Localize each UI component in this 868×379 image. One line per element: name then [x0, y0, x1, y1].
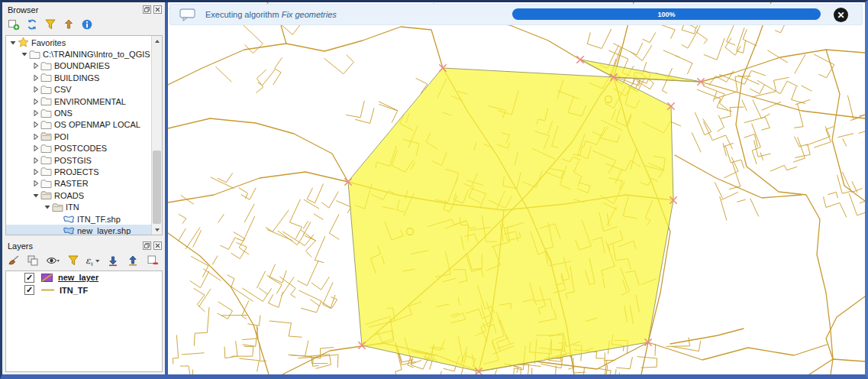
browser-close-button[interactable] — [153, 5, 162, 14]
tree-item-projects[interactable]: PROJECTS — [6, 166, 152, 177]
message-bar-close-button[interactable]: ✕ — [834, 8, 848, 22]
map-themes-eye-button[interactable] — [47, 255, 60, 268]
caret-collapsed-icon[interactable] — [32, 86, 40, 92]
tree-item-favorites[interactable]: Favorites — [6, 37, 152, 48]
tree-item-new-layer-shp[interactable]: new_layer.shp — [6, 225, 152, 235]
folder-icon — [40, 109, 52, 118]
layers-undock-button[interactable] — [143, 241, 151, 250]
caret-collapsed-icon[interactable] — [32, 134, 40, 140]
tree-item-environmental[interactable]: ENVIRONMENTAL — [6, 96, 152, 107]
folder-icon — [40, 120, 52, 130]
layer-visibility-checkbox[interactable]: ✓ — [24, 273, 34, 283]
tree-item-roads[interactable]: ROADS — [6, 190, 152, 201]
layers-panel-title: Layers — [8, 241, 140, 251]
minor-road-network — [179, 173, 351, 319]
caret-collapsed-icon[interactable] — [32, 169, 40, 175]
filter-button[interactable] — [44, 19, 56, 32]
add-layer-button[interactable] — [7, 19, 20, 32]
vertex-marker-icon — [577, 57, 583, 63]
caret-collapsed-icon[interactable] — [32, 121, 40, 128]
caret-collapsed-icon[interactable] — [32, 110, 40, 116]
layer-row-new_layer[interactable]: ✓new_layer — [6, 271, 162, 284]
tree-item-label: ITN_TF.shp — [77, 215, 121, 224]
scroll-up-button[interactable] — [152, 36, 162, 46]
caret-expanded-icon[interactable] — [9, 40, 17, 46]
new-layer-polygon — [348, 68, 673, 371]
caret-collapsed-icon[interactable] — [32, 99, 40, 105]
browser-panel-titlebar: Browser — [2, 2, 165, 17]
caret-expanded-icon[interactable] — [21, 51, 28, 57]
collapse-tree-button[interactable] — [62, 19, 75, 32]
major-road — [168, 27, 443, 85]
browser-toolbar — [2, 17, 165, 34]
layers-panel-titlebar: Layers — [2, 238, 165, 253]
properties-icon — [81, 18, 93, 32]
folder-icon — [40, 85, 52, 95]
properties-button[interactable] — [80, 19, 93, 32]
caret-expanded-icon[interactable] — [44, 204, 51, 210]
tree-item-label: BUILDINGS — [54, 73, 99, 83]
layer-visibility-checkbox[interactable]: ✓ — [24, 285, 34, 295]
major-road — [675, 155, 802, 198]
collapse-tree-icon — [63, 18, 75, 32]
expand-all-button[interactable] — [106, 255, 119, 268]
map-themes-eye-icon — [46, 254, 60, 268]
caret-collapsed-icon[interactable] — [32, 63, 40, 69]
map-canvas[interactable]: Executing algorithm Fix geometries 100% … — [168, 2, 865, 374]
caret-collapsed-icon[interactable] — [32, 180, 40, 186]
tree-item-csv[interactable]: CSV — [6, 84, 152, 96]
filter-legend-icon — [67, 254, 79, 268]
filter-legend-button[interactable] — [66, 255, 79, 268]
tree-item-c-training-intro-to-qgis[interactable]: C:\TRAINING\Intro_to_QGIS — [6, 48, 152, 60]
major-road — [168, 233, 269, 374]
refresh-button[interactable] — [25, 19, 38, 32]
progress-bar: 100% — [512, 8, 821, 20]
tree-item-postgis[interactable]: POSTGIS — [6, 154, 152, 166]
add-layer-icon — [8, 18, 20, 32]
caret-collapsed-icon[interactable] — [32, 75, 40, 81]
tree-item-boundaries[interactable]: BOUNDARIES — [6, 60, 152, 72]
caret-expanded-icon[interactable] — [32, 193, 40, 199]
tree-item-label: ITN — [66, 202, 79, 212]
browser-undock-button[interactable] — [143, 5, 151, 14]
tree-item-itn-tf-shp[interactable]: ITN_TF.shp — [6, 213, 152, 225]
browser-tree-scrollbar[interactable] — [151, 36, 162, 235]
tree-item-label: OS OPENMAP LOCAL — [54, 120, 140, 129]
refresh-icon — [26, 18, 38, 32]
tree-item-postcodes[interactable]: POSTCODES — [6, 143, 152, 154]
add-group-button[interactable] — [27, 255, 40, 268]
layer-name: ITN_TF — [60, 286, 88, 295]
tree-item-itn[interactable]: ITN — [6, 201, 152, 212]
major-road — [809, 359, 865, 374]
folder-open-icon — [40, 131, 52, 141]
caret-collapsed-icon[interactable] — [32, 145, 40, 151]
tree-item-poi[interactable]: POI — [6, 131, 152, 142]
tree-item-label: POSTGIS — [54, 156, 92, 165]
polygon-swatch-icon — [41, 274, 53, 282]
tree-item-raster[interactable]: RASTER — [6, 178, 152, 190]
tree-item-os-openmap-local[interactable]: OS OPENMAP LOCAL — [6, 119, 152, 131]
scrollbar-thumb[interactable] — [153, 151, 161, 224]
filter-icon — [44, 18, 56, 32]
caret-collapsed-icon[interactable] — [32, 157, 40, 164]
tree-item-label: C:\TRAINING\Intro_to_QGIS — [43, 50, 150, 59]
expression-filter-button[interactable]: εij — [86, 255, 99, 268]
layers-close-button[interactable] — [153, 241, 162, 250]
left-dock-area: Browser FavoritesC:\TRAINING\Intro_to_QG… — [2, 2, 165, 374]
major-road — [641, 342, 648, 374]
styling-brush-button[interactable] — [7, 255, 20, 268]
major-road — [736, 2, 833, 374]
layer-row-itn_tf[interactable]: ✓ITN_TF — [6, 284, 162, 297]
scroll-down-button[interactable] — [152, 225, 162, 235]
tree-item-label: new_layer.shp — [77, 226, 131, 235]
browser-tree: FavoritesC:\TRAINING\Intro_to_QGISBOUNDA… — [5, 35, 163, 235]
tree-item-ons[interactable]: ONS — [6, 107, 152, 118]
algorithm-name: Fix geometries — [282, 10, 337, 19]
remove-layer-button[interactable] — [146, 255, 159, 268]
folder-icon — [40, 167, 52, 177]
tree-item-buildings[interactable]: BUILDINGS — [6, 72, 152, 83]
collapse-all-button[interactable] — [126, 255, 139, 268]
minor-road-network — [173, 308, 338, 375]
map-render — [168, 2, 865, 374]
major-road — [168, 172, 348, 202]
